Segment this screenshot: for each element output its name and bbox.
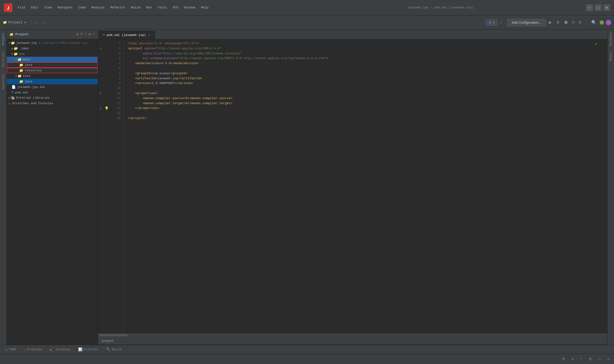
toolbar-forward-icon[interactable]: →	[42, 19, 47, 26]
status-lang-zh[interactable]: 简	[587, 357, 594, 362]
code-span: 8	[186, 101, 188, 106]
fold-14[interactable]: ▲	[98, 106, 104, 111]
fold-11[interactable]: ▼	[98, 91, 104, 96]
editor-horizontal-scrollbar[interactable]	[98, 333, 607, 337]
debug-button[interactable]: ⟳	[578, 19, 583, 26]
menu-run[interactable]: Run	[144, 5, 154, 10]
bottom-tab-todo[interactable]: ☑ TODO	[2, 347, 20, 352]
menu-build[interactable]: Build	[128, 5, 143, 10]
status-emoji-icon[interactable]: ☺	[597, 357, 602, 361]
code-line-7: <groupId>com.kuang</groupId>	[128, 71, 603, 76]
tree-item-pom[interactable]: M pom.xml	[7, 90, 98, 95]
settings-icon[interactable]: ⚙	[88, 32, 91, 37]
code-span: encoding=	[163, 41, 182, 46]
bottom-tab-profiler[interactable]: 📊 Profiler	[75, 347, 102, 352]
project-panel-title: Project	[15, 33, 28, 36]
collapse-all-icon[interactable]: ≡	[80, 32, 83, 37]
close-button[interactable]: ✕	[603, 4, 610, 11]
status-icon-1[interactable]: ♦	[570, 357, 576, 361]
code-span	[128, 91, 135, 96]
tree-item-test-java[interactable]: 📁 java	[7, 79, 98, 84]
restore-button[interactable]: □	[595, 4, 601, 11]
menu-view[interactable]: View	[42, 5, 54, 10]
fold-4	[98, 56, 104, 61]
menu-tools[interactable]: Tools	[155, 5, 169, 10]
left-vtab-project[interactable]: Project	[1, 30, 6, 48]
chevron-down-icon[interactable]: ▾	[24, 20, 26, 25]
scrollbar-thumb[interactable]	[99, 334, 128, 336]
right-label-maven[interactable]: Maven	[608, 49, 614, 64]
code-span: </properties>	[135, 106, 159, 111]
profiler-label: Profiler	[84, 348, 98, 351]
code-line-5: <modelVersion>4.0.0</modelVersion>	[128, 61, 603, 66]
line-num-2: 2	[109, 46, 121, 51]
menu-analyze[interactable]: Analyze	[89, 5, 107, 10]
editor-tab-pom[interactable]: M pom.xml (javaweb-jsp) ✕	[99, 31, 155, 39]
toolbar-back-icon[interactable]: ←	[35, 19, 39, 26]
tree-item-main[interactable]: ▼ 📁 main	[7, 57, 98, 62]
add-configuration-button[interactable]: Add Configuration...	[507, 19, 546, 26]
code-span: <artifactId>	[135, 76, 158, 81]
code-span: "1.0"	[154, 41, 163, 46]
run-button[interactable]: ▶	[548, 19, 553, 26]
menu-refactor[interactable]: Refactor	[108, 5, 128, 10]
status-settings-icon[interactable]: ⚙	[605, 357, 611, 362]
tree-item-root[interactable]: ▼ 📁 javaweb-jsp E:\Software\IDEA\javaweb…	[7, 40, 98, 46]
left-vtab-structure[interactable]: Structure	[1, 48, 6, 71]
stop-button[interactable]: ⏹	[563, 19, 569, 26]
pom-tab-close[interactable]: ✕	[148, 33, 151, 37]
tree-item-test[interactable]: ▼ 📁 test	[7, 73, 98, 79]
code-editor[interactable]: ▼ ▼ ▲	[98, 39, 607, 333]
pause-button[interactable]: ⏸	[555, 19, 561, 26]
tree-item-src[interactable]: ▼ 📁 src	[7, 51, 98, 57]
expand-icon[interactable]: ↕	[84, 32, 87, 37]
profile-button[interactable]: 👤 ▾	[486, 19, 497, 26]
tree-item-iml[interactable]: 📄 javaweb-jsp.iml	[7, 84, 98, 90]
tree-item-scratches[interactable]: ✏ Scratches and Consoles	[7, 101, 98, 106]
code-line-10	[128, 86, 603, 91]
code-content[interactable]: <?xml version="1.0" encoding="UTF-8"?> <…	[124, 39, 607, 333]
bottom-tab-problems[interactable]: ⚠ Problems	[21, 347, 46, 352]
line-num-12: 12	[109, 96, 121, 101]
lightbulb-icon[interactable]: 💡	[105, 106, 109, 110]
right-label-database[interactable]: Database	[608, 30, 614, 49]
vcs-update-icon[interactable]: ✓	[499, 19, 503, 26]
menu-code[interactable]: Code	[76, 5, 88, 10]
status-lang-en[interactable]: 英	[560, 357, 567, 362]
gutter-7	[104, 71, 109, 76]
tree-item-idea[interactable]: ▶ 📁 .idea	[7, 46, 98, 51]
tree-item-java[interactable]: 📁 java	[7, 62, 98, 68]
pom-tab-label: pom.xml (javaweb-jsp)	[107, 33, 146, 37]
minimize-panel-icon[interactable]: ─	[93, 32, 95, 37]
menu-file[interactable]: File	[15, 5, 28, 10]
toolbar: 📁 Project ▾ ← → 👤 ▾ ✓ Add Configuration.…	[0, 15, 614, 30]
tree-item-resources[interactable]: 📁 resources	[7, 68, 98, 73]
bottom-tab-build[interactable]: 🔨 Build	[103, 347, 125, 352]
code-line-11: <properties>	[128, 91, 603, 96]
minimize-button[interactable]: ─	[586, 4, 593, 11]
code-line-16: </project>	[128, 116, 603, 121]
menu-help[interactable]: Help	[199, 5, 211, 10]
menu-window[interactable]: Window	[181, 5, 198, 10]
gutter-1	[104, 41, 109, 46]
editor-area: M pom.xml (javaweb-jsp) ✕ ✓ ▼	[98, 30, 607, 345]
menu-edit[interactable]: Edit	[28, 5, 41, 10]
menu-navigate[interactable]: Navigate	[55, 5, 75, 10]
coverage-button[interactable]: ≡	[571, 19, 576, 26]
menu-vcs[interactable]: VCS	[170, 5, 181, 10]
user-avatar[interactable]	[606, 20, 611, 25]
locate-file-icon[interactable]: ⊕	[76, 32, 78, 37]
folder-icon-test-java: 📁	[19, 79, 23, 84]
gutter-14[interactable]: 💡	[104, 106, 109, 111]
search-everywhere-button[interactable]: 🔍	[590, 19, 598, 26]
fold-2[interactable]: ▼	[98, 46, 104, 51]
line-num-6: 6	[109, 66, 121, 71]
status-icon-2[interactable]: •	[578, 357, 584, 361]
left-vtab-favorites[interactable]: Favorites	[1, 71, 6, 93]
code-span: com.kuang	[152, 71, 169, 76]
code-line-9: <version>1.0-SNAPSHOT</version>	[128, 81, 603, 86]
scrollbar-track[interactable]	[99, 334, 606, 336]
breadcrumb-project[interactable]: project	[102, 339, 114, 343]
tree-item-ext-libs[interactable]: ▶ 📚 External Libraries	[7, 95, 98, 101]
bottom-tab-terminal[interactable]: ▶_ Terminal	[47, 347, 74, 352]
